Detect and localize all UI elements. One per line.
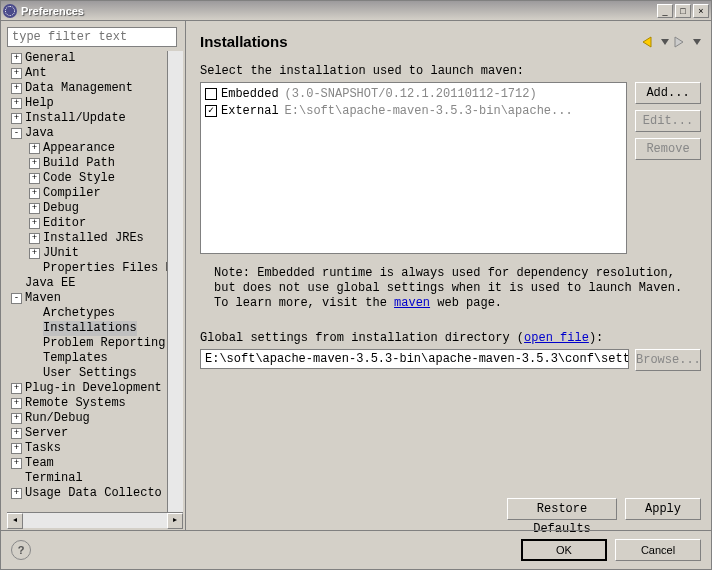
- tree-label[interactable]: User Settings: [43, 366, 137, 381]
- cancel-button[interactable]: Cancel: [615, 539, 701, 561]
- expander-icon[interactable]: +: [11, 428, 22, 439]
- tree-item-general[interactable]: +General: [7, 51, 183, 66]
- tree-item-junit[interactable]: +JUnit: [7, 246, 183, 261]
- back-icon[interactable]: [641, 36, 657, 48]
- tree-label[interactable]: Data Management: [25, 81, 133, 96]
- tree-label[interactable]: Installations: [43, 321, 137, 336]
- expander-icon[interactable]: +: [11, 98, 22, 109]
- tree-label[interactable]: Debug: [43, 201, 79, 216]
- tree-item-code-style[interactable]: +Code Style: [7, 171, 183, 186]
- tree-scrollbar-vertical[interactable]: [167, 51, 183, 512]
- tree-label[interactable]: Run/Debug: [25, 411, 90, 426]
- expander-icon[interactable]: +: [11, 113, 22, 124]
- tree-label[interactable]: JUnit: [43, 246, 79, 261]
- tree-label[interactable]: Help: [25, 96, 54, 111]
- tree-label[interactable]: Archetypes: [43, 306, 115, 321]
- add-button[interactable]: Add...: [635, 82, 701, 104]
- expander-icon[interactable]: +: [29, 158, 40, 169]
- tree-item-team[interactable]: +Team: [7, 456, 183, 471]
- tree-item-plug-in-development[interactable]: +Plug-in Development: [7, 381, 183, 396]
- tree-label[interactable]: Problem Reporting: [43, 336, 165, 351]
- install-row[interactable]: ✓ExternalE:\soft\apache-maven-3.5.3-bin\…: [203, 102, 624, 119]
- tree-label[interactable]: Maven: [25, 291, 61, 306]
- expander-icon[interactable]: +: [11, 413, 22, 424]
- tree-item-install-update[interactable]: +Install/Update: [7, 111, 183, 126]
- install-checkbox[interactable]: ✓: [205, 105, 217, 117]
- scroll-right-button[interactable]: ▸: [167, 513, 183, 529]
- tree-label[interactable]: Properties Files E: [43, 261, 173, 276]
- ok-button[interactable]: OK: [521, 539, 607, 561]
- browse-button[interactable]: Browse...: [635, 349, 701, 371]
- tree-label[interactable]: Server: [25, 426, 68, 441]
- tree-label[interactable]: Ant: [25, 66, 47, 81]
- expander-icon[interactable]: +: [29, 233, 40, 244]
- expander-icon[interactable]: +: [11, 83, 22, 94]
- tree-item-properties-files-e[interactable]: Properties Files E: [7, 261, 183, 276]
- tree-label[interactable]: Installed JREs: [43, 231, 144, 246]
- back-menu-icon[interactable]: [661, 39, 669, 45]
- minimize-button[interactable]: _: [657, 4, 673, 18]
- tree-item-java[interactable]: -Java: [7, 126, 183, 141]
- close-button[interactable]: ×: [693, 4, 709, 18]
- tree-item-debug[interactable]: +Debug: [7, 201, 183, 216]
- tree-scrollbar-horizontal[interactable]: ◂ ▸: [7, 512, 183, 528]
- tree-label[interactable]: Java: [25, 126, 54, 141]
- expander-icon[interactable]: +: [11, 383, 22, 394]
- scroll-left-button[interactable]: ◂: [7, 513, 23, 529]
- apply-button[interactable]: Apply: [625, 498, 701, 520]
- tree-item-remote-systems[interactable]: +Remote Systems: [7, 396, 183, 411]
- tree-label[interactable]: Compiler: [43, 186, 101, 201]
- tree-label[interactable]: Install/Update: [25, 111, 126, 126]
- tree-item-tasks[interactable]: +Tasks: [7, 441, 183, 456]
- forward-menu-icon[interactable]: [693, 39, 701, 45]
- expander-icon[interactable]: +: [29, 203, 40, 214]
- tree-label[interactable]: Java EE: [25, 276, 75, 291]
- tree-label[interactable]: Templates: [43, 351, 108, 366]
- install-row[interactable]: Embedded(3.0-SNAPSHOT/0.12.1.20110112-17…: [203, 85, 624, 102]
- expander-icon[interactable]: +: [29, 188, 40, 199]
- restore-defaults-button[interactable]: Restore Defaults: [507, 498, 617, 520]
- tree-item-user-settings[interactable]: User Settings: [7, 366, 183, 381]
- tree-label[interactable]: Appearance: [43, 141, 115, 156]
- expander-icon[interactable]: +: [11, 398, 22, 409]
- maximize-button[interactable]: □: [675, 4, 691, 18]
- tree-label[interactable]: Plug-in Development: [25, 381, 162, 396]
- tree-item-maven[interactable]: -Maven: [7, 291, 183, 306]
- tree-item-templates[interactable]: Templates: [7, 351, 183, 366]
- tree-item-problem-reporting[interactable]: Problem Reporting: [7, 336, 183, 351]
- tree-item-help[interactable]: +Help: [7, 96, 183, 111]
- tree-label[interactable]: General: [25, 51, 75, 66]
- global-settings-path[interactable]: E:\soft\apache-maven-3.5.3-bin\apache-ma…: [200, 349, 629, 369]
- tree-label[interactable]: Code Style: [43, 171, 115, 186]
- tree-label[interactable]: Team: [25, 456, 54, 471]
- expander-icon[interactable]: +: [11, 443, 22, 454]
- tree-item-installed-jres[interactable]: +Installed JREs: [7, 231, 183, 246]
- open-file-link[interactable]: open file: [524, 331, 589, 345]
- install-checkbox[interactable]: [205, 88, 217, 100]
- installations-list[interactable]: Embedded(3.0-SNAPSHOT/0.12.1.20110112-17…: [200, 82, 627, 254]
- expander-icon[interactable]: +: [29, 248, 40, 259]
- tree-item-compiler[interactable]: +Compiler: [7, 186, 183, 201]
- expander-icon[interactable]: +: [11, 488, 22, 499]
- tree-item-run-debug[interactable]: +Run/Debug: [7, 411, 183, 426]
- tree-item-data-management[interactable]: +Data Management: [7, 81, 183, 96]
- expander-icon[interactable]: +: [29, 143, 40, 154]
- expander-icon[interactable]: +: [11, 458, 22, 469]
- tree-label[interactable]: Tasks: [25, 441, 61, 456]
- tree-label[interactable]: Remote Systems: [25, 396, 126, 411]
- remove-button[interactable]: Remove: [635, 138, 701, 160]
- expander-icon[interactable]: +: [29, 218, 40, 229]
- tree-item-java-ee[interactable]: Java EE: [7, 276, 183, 291]
- help-icon[interactable]: ?: [11, 540, 31, 560]
- tree-label[interactable]: Editor: [43, 216, 86, 231]
- edit-button[interactable]: Edit...: [635, 110, 701, 132]
- forward-icon[interactable]: [673, 36, 689, 48]
- expander-icon[interactable]: +: [11, 68, 22, 79]
- tree-item-archetypes[interactable]: Archetypes: [7, 306, 183, 321]
- scroll-track[interactable]: [23, 513, 167, 528]
- tree-item-build-path[interactable]: +Build Path: [7, 156, 183, 171]
- tree-item-server[interactable]: +Server: [7, 426, 183, 441]
- expander-icon[interactable]: +: [11, 53, 22, 64]
- tree-item-terminal[interactable]: Terminal: [7, 471, 183, 486]
- expander-icon[interactable]: +: [29, 173, 40, 184]
